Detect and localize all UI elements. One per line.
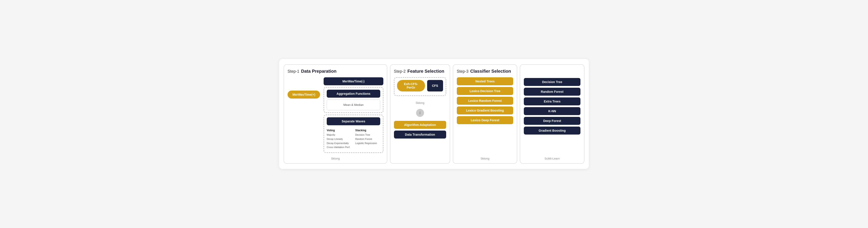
step1-label: Step-1	[287, 69, 299, 74]
voting-col: Voting Majority Decay Linearly Decay Exp…	[327, 129, 352, 149]
decision-tree-button[interactable]: Decision Tree	[524, 78, 581, 86]
step2-header: Step-2 Feature Selection	[394, 69, 446, 74]
step3-sklong-label: Sklong	[457, 155, 514, 160]
aggregation-functions-button[interactable]: Aggregation Functions	[327, 90, 380, 98]
panel-step4: Decision Tree Random Forest Extra Trees …	[520, 64, 584, 164]
step2-top-buttons: Exh-CFS-PerGr CFS	[397, 80, 443, 92]
mer-wav-time-plus-button[interactable]: MerWavTime(+)	[287, 91, 320, 99]
panel-step3: Step-3 Classifier Selection Nested Trees…	[453, 64, 517, 164]
step3-content: Nested Trees Lexico Decision Tree Lexico…	[457, 77, 514, 155]
panel-step2: Step-2 Feature Selection Exh-CFS-PerGr C…	[390, 64, 450, 164]
step1-header: Step-1 Data Preparation	[287, 69, 383, 74]
data-transformation-button[interactable]: Data Transformation	[394, 131, 446, 138]
algorithm-adaptation-button[interactable]: Algorithm-Adaptation	[394, 121, 446, 129]
step1-left: MerWavTime(+)	[287, 77, 320, 99]
voting-stacking-container: Voting Majority Decay Linearly Decay Exp…	[327, 127, 380, 150]
voting-title: Voting	[327, 129, 352, 132]
deep-forest-button[interactable]: Deep Forest	[524, 117, 581, 125]
info-icon-container: i	[416, 109, 424, 117]
step3-label: Step-3	[457, 69, 468, 74]
info-circle: i	[416, 109, 424, 117]
step1-sklong-label: Sklong	[287, 155, 383, 160]
stacking-title: Stacking	[355, 129, 380, 132]
step1-content: MerWavTime(+) MerWavTime(-) Aggregation …	[287, 77, 383, 155]
lexico-gradient-boosting-button[interactable]: Lexico Gradient Boosting	[457, 106, 514, 115]
mean-median-label: Mean & Median	[330, 102, 377, 108]
random-forest-button[interactable]: Random Forest	[524, 88, 581, 96]
step2-title: Feature Selection	[407, 69, 444, 74]
exh-cfs-pergr-button[interactable]: Exh-CFS-PerGr	[397, 80, 425, 92]
step3-title: Classifier Selection	[470, 69, 511, 74]
stacking-item-lr: Logisitic Regression	[355, 141, 380, 145]
step2-label: Step-2	[394, 69, 406, 74]
extra-trees-button[interactable]: Extra Trees	[524, 97, 581, 105]
main-container: Step-1 Data Preparation MerWavTime(+) Me…	[279, 59, 589, 169]
mer-wav-time-minus-button[interactable]: MerWavTime(-)	[323, 77, 383, 85]
panel-step1: Step-1 Data Preparation MerWavTime(+) Me…	[284, 64, 387, 164]
lexico-random-forest-button[interactable]: Lexico Random Forest	[457, 97, 514, 105]
voting-item-majority: Majority	[327, 133, 352, 137]
separate-waves-button[interactable]: Separate Waves	[327, 117, 380, 125]
aggregation-dashed-box: Aggregation Functions Mean & Median	[323, 87, 383, 113]
step3-header: Step-3 Classifier Selection	[457, 69, 514, 74]
step1-title: Data Preparation	[301, 69, 336, 74]
stacking-item-dt: Decision Tree	[355, 133, 380, 137]
mean-median-box: Mean & Median	[327, 99, 380, 110]
nested-trees-button[interactable]: Nested Trees	[457, 77, 514, 85]
step1-right: MerWavTime(-) Aggregation Functions Mean…	[323, 77, 383, 155]
stacking-item-rf: Random Forest	[355, 137, 380, 141]
lexico-deep-forest-button[interactable]: Lexico Deep Forest	[457, 116, 514, 124]
voting-item-cross-val: Cross-Validation Perf.	[327, 145, 352, 149]
step4-content: Decision Tree Random Forest Extra Trees …	[524, 78, 581, 155]
cfs-button[interactable]: CFS	[427, 80, 443, 92]
step4-spacer	[524, 69, 581, 78]
stacking-col: Stacking Decision Tree Random Forest Log…	[355, 129, 380, 149]
step4-sklearn-label: Scikit-Learn	[524, 155, 581, 160]
step2-dashed-box: Exh-CFS-PerGr CFS	[394, 77, 446, 96]
step2-sklong-label: Sklong	[394, 99, 446, 104]
voting-item-decay-exp: Decay Exponentially	[327, 141, 352, 145]
voting-item-decay-linearly: Decay Linearly	[327, 137, 352, 141]
gradient-boosting-button[interactable]: Gradient Boosting	[524, 127, 581, 135]
knn-button[interactable]: K-NN	[524, 107, 581, 115]
separate-waves-dashed-box: Separate Waves Voting Majority Decay Lin…	[323, 115, 383, 153]
lexico-decision-tree-button[interactable]: Lexico Decision Tree	[457, 87, 514, 95]
info-symbol: i	[420, 111, 421, 115]
